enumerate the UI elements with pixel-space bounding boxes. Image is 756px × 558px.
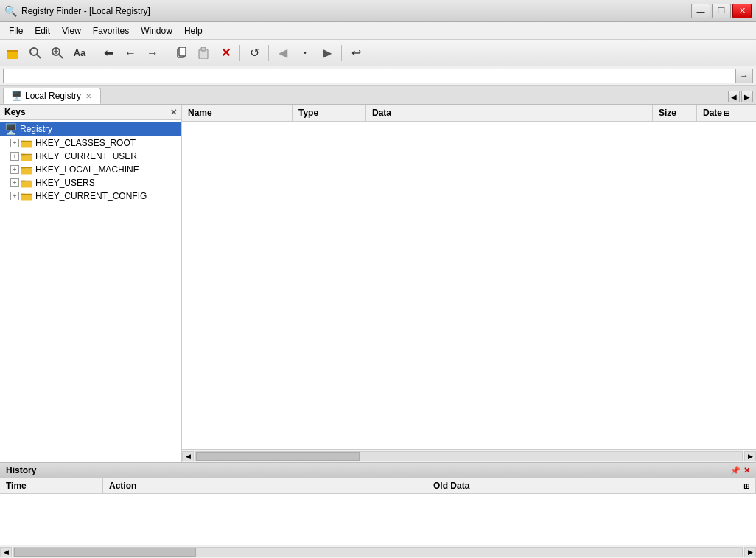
history-title: History bbox=[6, 465, 36, 475]
main-content: Keys ✕ 🖥️ Registry + HKEY_CLASS bbox=[0, 105, 756, 558]
menu-file[interactable]: File bbox=[3, 24, 29, 38]
font-button[interactable]: Aa bbox=[69, 43, 90, 63]
history-pin-button[interactable]: 📌 bbox=[730, 466, 741, 475]
tab-icon: 🖥️ bbox=[11, 91, 22, 101]
app-icon: 🔍 bbox=[4, 5, 17, 17]
return-button[interactable]: ↩ bbox=[346, 43, 366, 63]
hist-scroll-right-arrow[interactable]: ▶ bbox=[744, 547, 756, 557]
label-hkcc: HKEY_CURRENT_CONFIG bbox=[35, 191, 147, 201]
forward-arrow-button[interactable]: → bbox=[142, 43, 163, 63]
svg-line-4 bbox=[37, 55, 41, 58]
minimize-button[interactable]: — bbox=[691, 4, 710, 18]
svg-rect-27 bbox=[21, 194, 32, 195]
restore-button[interactable]: ❐ bbox=[712, 4, 731, 18]
data-content[interactable] bbox=[182, 122, 756, 449]
tree-root-registry[interactable]: 🖥️ Registry bbox=[0, 122, 181, 136]
copy-button[interactable] bbox=[171, 43, 192, 63]
tree-item-hkcu[interactable]: + HKEY_CURRENT_USER bbox=[0, 150, 181, 163]
history-header: History 📌 ✕ bbox=[0, 463, 756, 478]
menu-edit[interactable]: Edit bbox=[29, 24, 56, 38]
scroll-track-h[interactable] bbox=[195, 451, 743, 461]
col-name-header[interactable]: Name bbox=[182, 105, 293, 121]
menu-window[interactable]: Window bbox=[135, 24, 178, 38]
hist-grid-icon: ⊞ bbox=[743, 482, 749, 490]
refresh-button[interactable]: ↺ bbox=[244, 43, 265, 63]
hist-col-data[interactable]: Old Data ⊞ bbox=[427, 478, 756, 493]
title-text: Registry Finder - [Local Registry] bbox=[21, 6, 150, 16]
scroll-thumb-h[interactable] bbox=[196, 452, 360, 461]
history-content[interactable] bbox=[0, 494, 756, 545]
hist-old-data-label: Old Data bbox=[433, 481, 469, 491]
tab-prev-button[interactable]: ◀ bbox=[728, 91, 740, 102]
tree-item-hklm[interactable]: + HKEY_LOCAL_MACHINE bbox=[0, 163, 181, 176]
hist-scroll-thumb[interactable] bbox=[14, 548, 196, 557]
left-pane: Keys ✕ 🖥️ Registry + HKEY_CLASS bbox=[0, 105, 182, 462]
history-close-button[interactable]: ✕ bbox=[743, 466, 750, 475]
scroll-right-arrow[interactable]: ▶ bbox=[744, 451, 756, 461]
label-hklm: HKEY_LOCAL_MACHINE bbox=[35, 164, 139, 175]
menu-bar: File Edit View Favorites Window Help bbox=[0, 22, 756, 40]
separator-2 bbox=[167, 45, 167, 61]
toolbar: Aa ⬅ ← → ✕ ↺ ◀ • ▶ ↩ bbox=[0, 40, 756, 66]
delete-button[interactable]: ✕ bbox=[215, 43, 236, 63]
folder-icon-hklm bbox=[21, 164, 32, 175]
hist-scroll-track[interactable] bbox=[13, 547, 743, 557]
open-button[interactable] bbox=[3, 43, 24, 63]
expander-hku[interactable]: + bbox=[10, 178, 19, 187]
tab-local-registry[interactable]: 🖥️ Local Registry ✕ bbox=[3, 88, 101, 104]
paste-button[interactable] bbox=[193, 43, 214, 63]
col-size-header[interactable]: Size bbox=[653, 105, 697, 121]
label-hkcu: HKEY_CURRENT_USER bbox=[35, 151, 137, 161]
menu-favorites[interactable]: Favorites bbox=[87, 24, 135, 38]
svg-rect-24 bbox=[21, 181, 32, 182]
hist-col-time[interactable]: Time bbox=[0, 478, 103, 493]
history-scrollbar-h: ◀ ▶ bbox=[0, 545, 756, 558]
split-area: Keys ✕ 🖥️ Registry + HKEY_CLASS bbox=[0, 105, 756, 462]
tree-area[interactable]: 🖥️ Registry + HKEY_CLASSES_ROOT + bbox=[0, 120, 181, 462]
title-left: 🔍 Registry Finder - [Local Registry] bbox=[4, 5, 150, 17]
zoom-in-button[interactable] bbox=[47, 43, 68, 63]
menu-view[interactable]: View bbox=[56, 24, 87, 38]
expander-hkcu[interactable]: + bbox=[10, 152, 19, 161]
tab-next-button[interactable]: ▶ bbox=[741, 91, 753, 102]
hist-col-action[interactable]: Action bbox=[103, 478, 427, 493]
find-button[interactable] bbox=[25, 43, 46, 63]
svg-rect-18 bbox=[21, 154, 32, 156]
keys-header: Keys ✕ bbox=[0, 105, 181, 120]
col-type-header[interactable]: Type bbox=[293, 105, 366, 121]
tree-item-hku[interactable]: + HKEY_USERS bbox=[0, 176, 181, 189]
tree-item-hkcr[interactable]: + HKEY_CLASSES_ROOT bbox=[0, 136, 181, 150]
search-dot-button[interactable]: • bbox=[295, 43, 315, 63]
search-prev-button[interactable]: ◀ bbox=[273, 43, 293, 63]
history-cols: Time Action Old Data ⊞ bbox=[0, 478, 756, 494]
hist-scroll-left-arrow[interactable]: ◀ bbox=[0, 547, 12, 557]
col-date-header[interactable]: Date ⊞ bbox=[697, 105, 756, 121]
svg-rect-21 bbox=[21, 167, 32, 169]
tab-bar-right: ◀ ▶ bbox=[728, 91, 753, 104]
tree-item-hkcc[interactable]: + HKEY_CURRENT_CONFIG bbox=[0, 189, 181, 203]
back-button[interactable]: ⬅ bbox=[98, 43, 119, 63]
expander-hklm[interactable]: + bbox=[10, 165, 19, 174]
back-arrow-button[interactable]: ← bbox=[120, 43, 141, 63]
svg-rect-17 bbox=[21, 155, 32, 161]
history-panel: History 📌 ✕ Time Action Old Data ⊞ ◀ ▶ bbox=[0, 462, 756, 558]
folder-icon-hku bbox=[21, 178, 32, 188]
svg-rect-12 bbox=[201, 47, 206, 51]
date-label: Date bbox=[703, 108, 722, 118]
scroll-left-arrow[interactable]: ◀ bbox=[182, 451, 194, 461]
col-data-header[interactable]: Data bbox=[366, 105, 653, 121]
address-input[interactable] bbox=[3, 69, 735, 83]
keys-close-button[interactable]: ✕ bbox=[170, 108, 177, 117]
expander-hkcc[interactable]: + bbox=[10, 192, 19, 200]
address-go-button[interactable]: → bbox=[735, 69, 753, 83]
menu-help[interactable]: Help bbox=[178, 24, 209, 38]
tab-close-button[interactable]: ✕ bbox=[84, 92, 93, 100]
svg-rect-26 bbox=[21, 195, 32, 200]
folder-icon-hkcr bbox=[21, 138, 32, 148]
close-button[interactable]: ✕ bbox=[732, 4, 752, 18]
title-bar: 🔍 Registry Finder - [Local Registry] — ❐… bbox=[0, 0, 756, 22]
folder-icon-hkcu bbox=[21, 151, 32, 161]
expander-hkcr[interactable]: + bbox=[10, 139, 19, 147]
search-next-button[interactable]: ▶ bbox=[317, 43, 337, 63]
folder-icon-hkcc bbox=[21, 191, 32, 201]
